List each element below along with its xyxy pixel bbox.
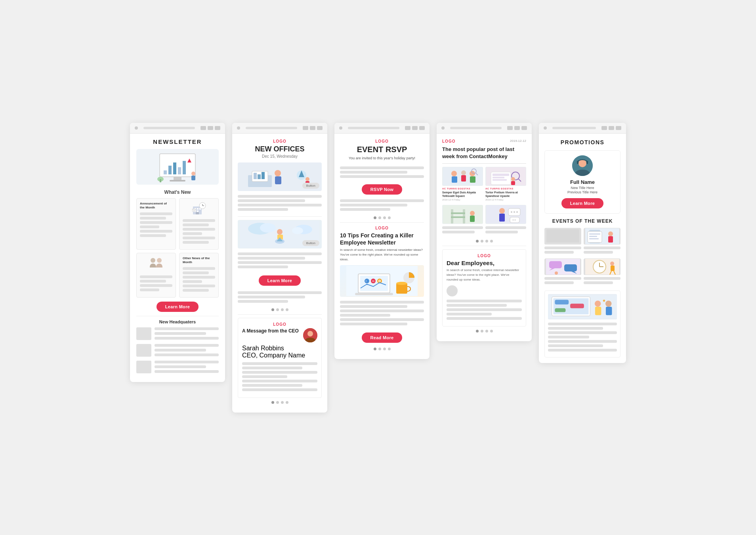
laptop-text-lines	[548, 322, 617, 354]
ph-line	[183, 228, 215, 231]
svg-point-53	[365, 279, 369, 283]
newsletter-content: NEWSLETTER	[130, 134, 225, 382]
svg-rect-74	[493, 174, 509, 176]
ph-line	[442, 231, 475, 233]
promo-prev-title: Previous Title Here	[550, 190, 615, 194]
svg-rect-134	[606, 307, 612, 315]
ph-line	[548, 340, 617, 343]
svg-rect-113	[564, 264, 577, 271]
svg-rect-87	[470, 216, 475, 222]
offices-article-image-2: Button	[238, 220, 322, 248]
ph-line	[242, 362, 317, 365]
hq-image-2	[136, 344, 151, 357]
ph-line	[140, 212, 172, 215]
ph-line	[155, 370, 219, 373]
business-lines	[183, 218, 215, 246]
hq-image-3	[136, 361, 151, 373]
svg-rect-30	[258, 174, 261, 179]
ph-line	[242, 375, 287, 378]
people-card	[136, 253, 176, 298]
ph-line	[340, 318, 424, 321]
news-cat-2: AC TURPIS EGESTAS	[485, 187, 526, 190]
svg-rect-106	[589, 236, 597, 237]
ph-line	[238, 208, 288, 211]
ph-line	[447, 313, 492, 315]
ph-line	[544, 281, 574, 284]
ph-line	[140, 234, 166, 237]
ph-line	[155, 344, 219, 347]
window-btn-3	[521, 126, 527, 130]
tips-section: LOGO 10 Tips For Creating a Killer Emplo…	[340, 226, 424, 350]
hq-image-1	[136, 327, 151, 340]
svg-rect-129	[570, 304, 584, 308]
ph-line	[140, 289, 159, 291]
window-buttons	[405, 126, 425, 130]
dot-1	[476, 330, 479, 332]
window-address-bar	[348, 127, 399, 129]
window-btn-2	[208, 126, 213, 130]
contact-header: LOGO 2019-12-12	[442, 139, 526, 143]
svg-point-32	[275, 170, 281, 176]
news-image-2	[485, 167, 526, 186]
svg-rect-29	[254, 173, 257, 179]
tips-logo: LOGO	[340, 226, 424, 230]
newsletter-learn-more-button[interactable]: Learn More	[157, 302, 199, 312]
window-btn-2	[310, 126, 315, 130]
offices-learn-more-button[interactable]: Learn More	[259, 275, 301, 286]
ceo-message-title: A Message from the CEO	[242, 328, 300, 334]
svg-point-79	[511, 177, 515, 181]
ph-line	[155, 332, 206, 335]
svg-point-41	[277, 229, 283, 235]
ph-line	[340, 314, 390, 317]
ph-line	[544, 251, 574, 254]
contact-news-grid-2	[442, 205, 526, 236]
ph-line	[155, 349, 206, 352]
window-address-bar	[143, 127, 195, 129]
ph-line	[238, 266, 288, 268]
svg-rect-90	[499, 214, 505, 222]
ph-line	[140, 230, 172, 233]
tips-text-lines	[340, 300, 424, 328]
ph-line	[183, 289, 209, 292]
tips-desc: In search of some fresh, creative intern…	[340, 248, 424, 262]
ph-line	[238, 195, 322, 198]
ph-line	[544, 277, 581, 280]
newsletter-hero-image	[136, 149, 219, 185]
window-bar-4	[437, 123, 532, 134]
svg-text:✉: ✉	[372, 280, 374, 283]
offices-overlay-button-2[interactable]: Button	[302, 240, 319, 246]
ph-line	[238, 199, 305, 202]
ph-line	[238, 291, 322, 294]
window-dot	[135, 126, 138, 130]
offices-overlay-button-1[interactable]: Button	[302, 183, 319, 189]
dot-2	[276, 401, 279, 404]
rsvp-now-button[interactable]: RSVP Now	[362, 184, 402, 195]
ph-line	[485, 226, 526, 229]
ph-line	[238, 204, 322, 206]
svg-rect-18	[197, 210, 199, 212]
hq-text-2	[155, 344, 219, 358]
window-dot	[544, 126, 547, 130]
window-btn-2	[412, 126, 418, 130]
window-btn-3	[616, 126, 621, 130]
new-hq-title: New Headquaters	[136, 319, 219, 324]
ph-line	[548, 336, 589, 338]
ph-line	[155, 365, 206, 368]
news-illustration-1	[443, 167, 483, 185]
svg-rect-67	[461, 175, 466, 182]
read-more-button[interactable]: Read More	[362, 332, 403, 343]
window-btn-1	[303, 126, 308, 130]
hq-text-3	[155, 361, 219, 375]
svg-point-89	[499, 208, 505, 214]
window-btn-1	[200, 126, 206, 130]
promo-learn-more-button[interactable]: Learn More	[561, 198, 603, 208]
contact-date: 2019-12-12	[510, 139, 526, 143]
ph-line	[340, 204, 407, 206]
other-news-lines	[183, 266, 215, 294]
event-image-4	[584, 258, 620, 275]
divider	[136, 316, 219, 316]
svg-rect-33	[275, 176, 281, 184]
svg-point-24	[151, 258, 155, 263]
event-lines-3	[544, 276, 581, 287]
ceo-logo: LOGO	[242, 322, 317, 327]
